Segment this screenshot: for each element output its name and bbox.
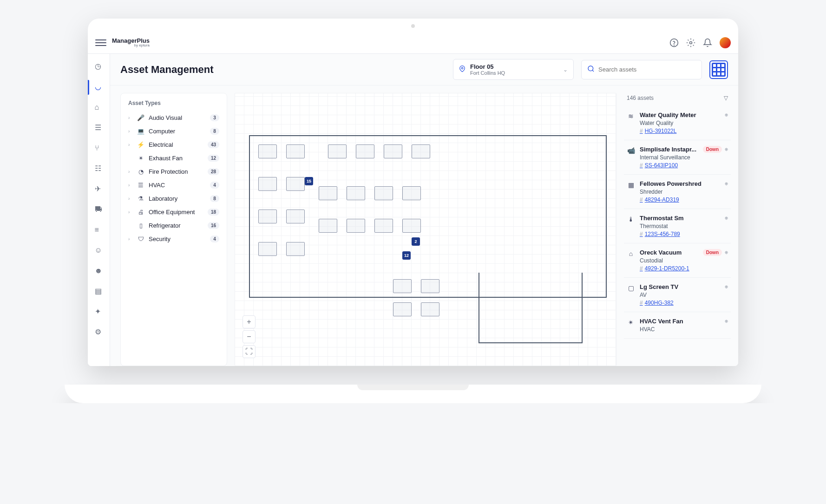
asset-id[interactable]: #4929-1-DR5200-1: [640, 265, 728, 272]
zoom-out-button[interactable]: −: [243, 330, 256, 343]
search-input[interactable]: [598, 66, 696, 73]
chevron-right-icon: ›: [128, 115, 133, 120]
locate-icon[interactable]: ⎈: [725, 215, 728, 221]
desk-cluster: [258, 177, 277, 191]
fan-icon: ✴: [627, 319, 635, 333]
locate-icon[interactable]: ⎈: [725, 283, 728, 290]
desk-cluster: [402, 186, 421, 200]
desk-cluster: [286, 242, 305, 256]
locate-icon[interactable]: ⎈: [725, 318, 728, 324]
locate-icon[interactable]: ⎈: [725, 249, 728, 255]
status-badge: Down: [703, 249, 722, 256]
desk-cluster: [319, 186, 337, 200]
desk-cluster: [374, 219, 393, 233]
desk-cluster: [286, 209, 305, 223]
asset-id[interactable]: #123S-456-789: [640, 231, 728, 237]
asset-id[interactable]: #490HG-382: [640, 300, 728, 306]
svg-point-1: [674, 45, 675, 45]
svg-rect-5: [713, 63, 725, 76]
floorplan-marker[interactable]: 15: [305, 177, 313, 185]
bolt-icon: ⚡: [137, 141, 145, 148]
type-row-electrical[interactable]: ›⚡Electrical43: [125, 138, 222, 151]
stack-icon: ≡: [95, 226, 103, 235]
asset-card[interactable]: ▦Fellowes Powershred⎈Shredder#48294-AD31…: [624, 175, 731, 209]
type-name: Security: [149, 236, 206, 242]
menu-button[interactable]: [95, 37, 106, 48]
asset-type: Internal Surveillance: [640, 154, 728, 161]
type-row-computer[interactable]: ›💻Computer8: [125, 124, 222, 138]
chart-icon: ✦: [95, 308, 103, 316]
bell-icon[interactable]: [703, 38, 712, 47]
floor-selector[interactable]: Floor 05 Fort Collins HQ ⌄: [453, 59, 574, 80]
desk-cluster: [258, 144, 277, 158]
type-name: Refrigerator: [149, 222, 204, 229]
type-count: 18: [208, 209, 219, 216]
asset-card[interactable]: ≋Water Quality Meter⎈Water Quality#HG-39…: [624, 106, 731, 140]
type-row-hvac[interactable]: ›☰HVAC4: [125, 178, 222, 192]
desk-cluster: [421, 279, 439, 293]
locate-icon[interactable]: ⎈: [725, 146, 728, 152]
chevron-right-icon: ›: [128, 236, 133, 242]
desk-cluster: [347, 219, 365, 233]
status-badge: Down: [703, 146, 722, 153]
dashboard-icon: ◷: [95, 63, 103, 71]
asset-card[interactable]: 📹Simplisafe Instapr...Down⎈Internal Surv…: [624, 140, 731, 175]
sidenav: ◷◡⌂☰⑂☷✈⛟≡☺☻▤✦⚙: [88, 54, 110, 366]
shredder-icon: ▦: [627, 181, 635, 203]
grid-view-toggle[interactable]: [709, 60, 728, 79]
thermo-icon: 🌡: [627, 216, 635, 237]
rocket-icon: ✈: [95, 185, 103, 194]
type-row-exhaust-fan[interactable]: ✴Exhaust Fan12: [125, 151, 222, 165]
desk-cluster: [384, 144, 402, 158]
sidenav-item-clipboard[interactable]: ☰: [88, 119, 110, 137]
floorplan[interactable]: 15212 + − ⛶: [235, 93, 616, 366]
floorplan-marker[interactable]: 2: [412, 237, 420, 246]
types-heading: Asset Types: [125, 100, 222, 106]
sidenav-item-person[interactable]: ☺: [88, 242, 110, 260]
asset-card[interactable]: ✴HVAC Vent Fan⎈HVAC: [624, 312, 731, 339]
type-row-security[interactable]: ›🛡Security4: [125, 232, 222, 246]
zoom-in-button[interactable]: +: [243, 315, 256, 328]
asset-card[interactable]: ⌂Oreck VacuumDown⎈Custodial#4929-1-DR520…: [624, 243, 731, 278]
sidenav-item-cart[interactable]: ⛟: [88, 201, 110, 219]
type-name: Fire Protection: [149, 168, 204, 175]
sidenav-item-chart[interactable]: ✦: [88, 303, 110, 321]
sidenav-item-doc[interactable]: ▤: [88, 282, 110, 301]
floorplan-marker[interactable]: 12: [402, 251, 411, 260]
type-count: 4: [210, 182, 219, 189]
help-icon[interactable]: [669, 38, 679, 47]
calendar-icon: ☷: [95, 165, 103, 173]
desk-cluster: [421, 302, 439, 316]
sidenav-item-people[interactable]: ☻: [88, 262, 110, 281]
type-row-laboratory[interactable]: ›⚗Laboratory8: [125, 192, 222, 205]
locate-icon[interactable]: ⎈: [725, 180, 728, 187]
type-row-fire-protection[interactable]: ›◔Fire Protection28: [125, 165, 222, 178]
desk-cluster: [347, 186, 365, 200]
asset-types-panel: Asset Types ›🎤Audio Visual3›💻Computer8›⚡…: [120, 93, 227, 366]
type-row-audio-visual[interactable]: ›🎤Audio Visual3: [125, 111, 222, 124]
sidenav-item-briefcase[interactable]: ⌂: [88, 98, 110, 117]
asset-card[interactable]: ▢Lg Screen TV⎈AV#490HG-382: [624, 278, 731, 312]
svg-point-3: [461, 67, 463, 69]
sidenav-item-dashboard[interactable]: ◷: [88, 58, 110, 76]
type-row-office-equipment[interactable]: ›🖨Office Equipment18: [125, 205, 222, 219]
locate-icon[interactable]: ⎈: [725, 111, 728, 118]
fullscreen-button[interactable]: ⛶: [243, 345, 256, 358]
asset-card[interactable]: 🌡Thermostat Sm⎈Thermostat#123S-456-789: [624, 209, 731, 243]
filter-icon[interactable]: ▽: [724, 95, 728, 101]
sidenav-item-rocket[interactable]: ✈: [88, 180, 110, 199]
sidenav-item-calendar[interactable]: ☷: [88, 160, 110, 178]
sidenav-item-stack[interactable]: ≡: [88, 221, 110, 240]
sidenav-item-gear[interactable]: ⚙: [88, 323, 110, 342]
asset-id[interactable]: #SS-643IP100: [640, 162, 728, 169]
doc-icon: ▤: [95, 288, 103, 296]
avatar[interactable]: [720, 37, 731, 48]
asset-id[interactable]: #48294-AD319: [640, 196, 728, 203]
sidenav-item-branch[interactable]: ⑂: [88, 139, 110, 158]
settings-icon[interactable]: [686, 38, 695, 47]
search-box[interactable]: [581, 60, 702, 79]
asset-id[interactable]: #HG-391022L: [640, 128, 728, 134]
desk-cluster: [258, 209, 277, 223]
type-row-refrigerator[interactable]: ▯Refrigerator16: [125, 219, 222, 232]
sidenav-item-assets[interactable]: ◡: [88, 78, 110, 97]
